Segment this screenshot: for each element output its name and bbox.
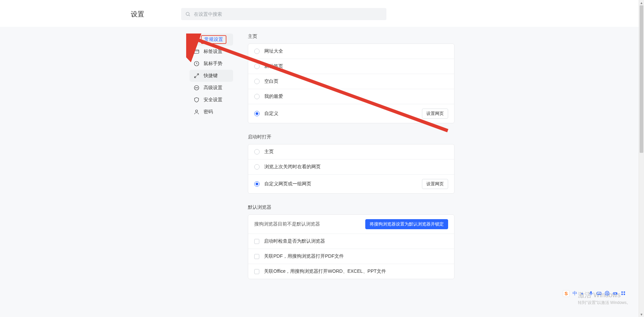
radio-icon xyxy=(254,149,260,154)
radio-icon xyxy=(254,49,260,54)
expand-icon xyxy=(194,73,200,79)
sogou-logo-icon: S xyxy=(563,290,570,297)
sidebar-item-label: 高级设置 xyxy=(204,85,222,91)
radio-icon xyxy=(254,164,260,170)
sidebar-item-tabs[interactable]: 标签设置 xyxy=(190,46,233,58)
startup-card: 主页 浏览上次关闭时在看的网页 自定义网页或一组网页 设置网页 xyxy=(248,144,454,194)
checkbox-icon xyxy=(254,269,259,274)
option-label: 我的最爱 xyxy=(264,93,448,100)
sidebar-item-general[interactable]: 常规设置 xyxy=(190,34,233,46)
default-browser-status: 搜狗浏览器目前不是默认浏览器 xyxy=(254,221,365,227)
svg-rect-3 xyxy=(194,50,199,54)
sidebar-item-label: 鼠标手势 xyxy=(204,61,222,67)
main-area: 常规设置 标签设置 鼠标手势 xyxy=(0,27,644,317)
checkbox-icon xyxy=(254,254,259,259)
radio-icon xyxy=(254,64,260,69)
option-label: 新标签页 xyxy=(264,63,448,69)
sidebar: 常规设置 标签设置 鼠标手势 xyxy=(190,34,233,118)
default-browser-check[interactable]: 关联PDF，用搜狗浏览器打开PDF文件 xyxy=(248,249,454,264)
svg-point-8 xyxy=(196,87,197,88)
svg-rect-28 xyxy=(624,291,625,293)
section-startup: 启动时打开 主页 浏览上次关闭时在看的网页 自定义网页或一组网页 xyxy=(248,134,454,194)
page-title: 设置 xyxy=(131,10,144,19)
section-title: 主页 xyxy=(248,34,454,40)
checkbox-icon xyxy=(254,239,259,244)
default-browser-status-row: 搜狗浏览器目前不是默认浏览器 将搜狗浏览器设置为默认浏览器并锁定 xyxy=(248,215,454,234)
check-label: 启动时检查是否为默认浏览器 xyxy=(264,238,448,244)
option-label: 自定义网页或一组网页 xyxy=(264,181,422,187)
startup-option[interactable]: 自定义网页或一组网页 设置网页 xyxy=(248,174,454,193)
homepage-option[interactable]: 空白页 xyxy=(248,74,454,89)
scroll-down-icon[interactable]: ▼ xyxy=(639,312,644,317)
section-title: 默认浏览器 xyxy=(248,204,454,210)
person-icon xyxy=(194,109,200,115)
set-page-button[interactable]: 设置网页 xyxy=(422,109,448,119)
check-label: 关联PDF，用搜狗浏览器打开PDF文件 xyxy=(264,253,448,259)
set-page-button[interactable]: 设置网页 xyxy=(422,179,448,189)
microphone-icon[interactable] xyxy=(588,291,594,297)
sidebar-item-label: 快捷键 xyxy=(204,73,218,79)
sidebar-item-label: 安全设置 xyxy=(204,97,222,103)
svg-point-21 xyxy=(607,293,608,293)
homepage-option[interactable]: 新标签页 xyxy=(248,59,454,74)
default-browser-check[interactable]: 关联Office，用搜狗浏览器打开WORD、EXCEL、PPT文件 xyxy=(248,264,454,279)
section-homepage: 主页 网址大全 新标签页 空白页 xyxy=(248,34,454,123)
sidebar-item-label: 密码 xyxy=(204,109,213,115)
scroll-up-icon[interactable]: ▲ xyxy=(639,0,644,5)
keyboard-icon[interactable] xyxy=(596,291,602,297)
section-title: 启动时打开 xyxy=(248,134,454,140)
emoji-icon[interactable] xyxy=(604,291,610,297)
ime-language[interactable]: 中 xyxy=(572,291,578,297)
more-icon xyxy=(194,85,200,91)
default-browser-card: 搜狗浏览器目前不是默认浏览器 将搜狗浏览器设置为默认浏览器并锁定 启动时检查是否… xyxy=(248,214,454,279)
startup-option[interactable]: 主页 xyxy=(248,144,454,159)
radio-icon xyxy=(254,79,260,84)
svg-rect-27 xyxy=(622,291,623,293)
startup-option[interactable]: 浏览上次关闭时在看的网页 xyxy=(248,159,454,174)
option-label: 网址大全 xyxy=(264,48,448,54)
homepage-option[interactable]: 网址大全 xyxy=(248,44,454,59)
svg-point-2 xyxy=(196,39,198,41)
set-default-browser-button[interactable]: 将搜狗浏览器设置为默认浏览器并锁定 xyxy=(365,219,448,229)
gear-icon xyxy=(194,37,200,43)
content: 主页 网址大全 新标签页 空白页 xyxy=(248,34,454,290)
svg-line-1 xyxy=(189,15,190,16)
homepage-card: 网址大全 新标签页 空白页 我的最爱 xyxy=(248,44,454,123)
check-label: 关联Office，用搜狗浏览器打开WORD、EXCEL、PPT文件 xyxy=(264,268,448,274)
homepage-option[interactable]: 我的最爱 xyxy=(248,89,454,104)
sidebar-item-security[interactable]: 安全设置 xyxy=(190,94,233,106)
sidebar-item-label: 常规设置 xyxy=(204,37,223,42)
option-label: 浏览上次关闭时在看的网页 xyxy=(264,164,448,170)
svg-point-9 xyxy=(197,87,198,88)
svg-point-19 xyxy=(605,291,609,295)
svg-point-26 xyxy=(616,293,616,294)
svg-point-20 xyxy=(606,293,606,293)
option-label: 主页 xyxy=(264,149,448,155)
search-icon xyxy=(185,11,191,17)
section-default-browser: 默认浏览器 搜狗浏览器目前不是默认浏览器 将搜狗浏览器设置为默认浏览器并锁定 启… xyxy=(248,204,454,279)
sidebar-item-label: 标签设置 xyxy=(204,49,222,55)
svg-rect-30 xyxy=(624,294,625,295)
ime-toolbar[interactable]: S 中 xyxy=(563,290,626,297)
svg-point-0 xyxy=(186,12,189,15)
search-input[interactable] xyxy=(181,8,386,20)
default-browser-check[interactable]: 启动时检查是否为默认浏览器 xyxy=(248,234,454,249)
sidebar-item-advanced[interactable]: 高级设置 xyxy=(190,82,233,94)
settings-header: 设置 xyxy=(0,0,644,27)
vertical-scrollbar[interactable]: ▲ ▼ xyxy=(639,0,644,317)
option-label: 空白页 xyxy=(264,78,448,84)
sidebar-item-gestures[interactable]: 鼠标手势 xyxy=(190,58,233,70)
radio-icon xyxy=(254,94,260,99)
homepage-option[interactable]: 自定义 设置网页 xyxy=(248,104,454,123)
scrollbar-thumb[interactable] xyxy=(640,5,643,153)
window-icon xyxy=(194,49,200,55)
sidebar-item-shortcuts[interactable]: 快捷键 xyxy=(190,70,233,82)
apps-icon[interactable] xyxy=(621,291,626,297)
clock-icon xyxy=(194,61,200,67)
radio-icon xyxy=(254,181,260,187)
ime-punct-icon[interactable] xyxy=(580,291,586,297)
svg-rect-29 xyxy=(622,294,623,295)
sidebar-item-password[interactable]: 密码 xyxy=(190,106,233,118)
search-wrap[interactable] xyxy=(181,8,386,20)
gamepad-icon[interactable] xyxy=(612,291,618,297)
